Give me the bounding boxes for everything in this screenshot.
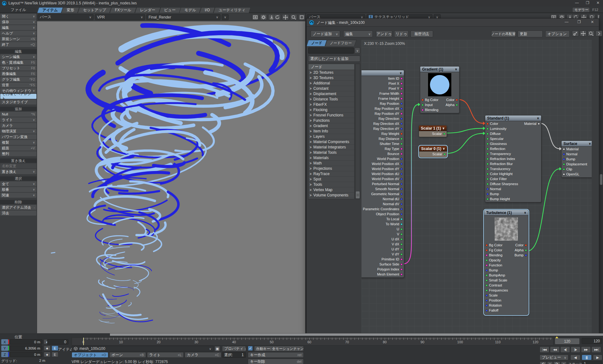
redo-dropdown[interactable]: ∨ xyxy=(561,361,567,364)
output-port-dot[interactable] xyxy=(538,123,540,125)
output-port-dot[interactable] xyxy=(400,183,403,185)
node-gradient[interactable]: Gradient (1)∨Bg ColorColorInputAlphaBlen… xyxy=(420,66,459,113)
end-frame-field[interactable]: 120 xyxy=(582,338,602,344)
node-title[interactable]: Scalar 1 (1)∨ xyxy=(419,126,447,131)
output-port-dot[interactable] xyxy=(400,88,403,90)
envelope-button[interactable]: ◆ xyxy=(44,352,51,357)
output-port-dot[interactable] xyxy=(400,218,403,220)
output-port-dot[interactable] xyxy=(400,113,403,115)
render-mode-dropdown[interactable]: VPR∨ xyxy=(95,14,145,20)
axis-value-field[interactable]: 0 m xyxy=(10,339,42,345)
input-port-dot[interactable] xyxy=(486,309,488,312)
output-port-dot[interactable] xyxy=(400,148,403,150)
output-port-dot[interactable] xyxy=(525,244,527,246)
sidebar-item[interactable]: 物理演算∨ xyxy=(0,129,36,134)
step-field[interactable]: 1 xyxy=(582,361,602,364)
node-category-item[interactable]: >Gradient xyxy=(308,123,354,129)
sidebar-item[interactable]: 編集∨ xyxy=(0,25,36,30)
go-last-button[interactable]: ▶▶| xyxy=(591,346,601,353)
timeline-ruler[interactable]: 0102030405060708090100110120 xyxy=(72,337,553,345)
input-port-dot[interactable] xyxy=(486,249,488,251)
zoom-view-icon[interactable] xyxy=(290,14,297,20)
output-port-dot[interactable] xyxy=(456,104,458,106)
create-key-button[interactable]: キー作成 ret xyxy=(248,352,304,358)
node-category-item[interactable]: >Vertex Map xyxy=(308,187,354,193)
frame-slider-handle[interactable]: 120 xyxy=(555,338,580,345)
input-port-dot[interactable] xyxy=(486,148,489,150)
sidebar-item[interactable]: 名称変更 xyxy=(0,163,36,169)
output-port-dot[interactable] xyxy=(400,103,403,105)
node-title[interactable]: Turbulence (1)∨ xyxy=(484,210,528,216)
node-category-item[interactable]: >Material Tools xyxy=(308,150,354,155)
view-type-dropdown[interactable]: パース∨ xyxy=(38,14,94,20)
node-editor-close-button[interactable]: ✕ xyxy=(587,20,597,24)
output-port-dot[interactable] xyxy=(400,193,403,195)
output-port-dot[interactable] xyxy=(400,153,403,155)
sidebar-item[interactable]: ヘルプ∨ xyxy=(0,31,36,36)
input-port-dot[interactable] xyxy=(486,274,488,276)
output-port-dot[interactable] xyxy=(400,168,403,170)
input-port-dot[interactable] xyxy=(421,109,424,111)
output-port-dot[interactable] xyxy=(400,83,403,85)
output-port-dot[interactable] xyxy=(400,138,403,140)
sidebar-item[interactable]: 新規シーン+N xyxy=(0,36,36,41)
input-port-dot[interactable] xyxy=(486,264,488,266)
output-port-dot[interactable] xyxy=(400,253,403,255)
input-port-dot[interactable] xyxy=(486,158,489,160)
viewport-3d[interactable] xyxy=(37,21,305,333)
undo-button[interactable]: アンドゥ xyxy=(376,30,392,37)
preview-dropdown[interactable]: プレビュー∨ xyxy=(540,355,568,360)
timeline-scrollbar[interactable] xyxy=(110,333,603,336)
add-selected-node-button[interactable]: 選択したノードを追加 xyxy=(308,56,360,62)
rearrange-nodes-button[interactable]: ノードの再配置 xyxy=(491,30,516,37)
node-category-item[interactable]: >Distance Tools xyxy=(308,97,354,102)
input-port-dot[interactable] xyxy=(486,178,489,180)
axis-value-field[interactable]: 6.3056 m xyxy=(10,345,42,351)
autokey-checkbox[interactable]: ✓ xyxy=(248,346,253,351)
output-port-dot[interactable] xyxy=(400,178,403,180)
sidebar-item[interactable]: ライト∨ xyxy=(0,117,36,122)
node-title[interactable]: Surface∨ xyxy=(562,141,592,147)
maximize-view-icon[interactable] xyxy=(298,14,305,20)
sidebar-item[interactable]: プリセットF8 xyxy=(0,66,36,71)
input-port-dot[interactable] xyxy=(486,294,488,297)
node-category-item[interactable]: >Math xyxy=(308,161,354,166)
sidebar-item[interactable]: その場でペアレント xyxy=(0,94,36,99)
node-title[interactable]: Standard (1)∨ xyxy=(485,115,541,121)
modeler-button[interactable]: モデラー xyxy=(572,7,590,13)
sidebar-item[interactable]: カメラ xyxy=(0,123,36,128)
node-search-input[interactable] xyxy=(308,47,354,54)
node-category-item[interactable]: >Item Info xyxy=(308,129,354,134)
input-port-dot[interactable] xyxy=(421,104,424,106)
connection-tool-icon[interactable] xyxy=(572,30,579,36)
options-button[interactable]: オプション xyxy=(545,30,570,37)
output-port-dot[interactable] xyxy=(400,248,403,250)
tab-main-8[interactable]: ユーティリティ xyxy=(214,7,250,13)
output-port-dot[interactable] xyxy=(400,203,403,205)
input-port-dot[interactable] xyxy=(563,153,565,155)
output-port-dot[interactable] xyxy=(400,258,403,260)
node-category-item[interactable]: >Flocking xyxy=(308,107,354,113)
render-preset-dropdown[interactable]: Final_Render∨ xyxy=(146,14,220,20)
output-port-dot[interactable] xyxy=(400,213,403,215)
item-category-3[interactable]: カメラ+C xyxy=(185,352,221,358)
node-title[interactable]: Gradient (1)∨ xyxy=(420,67,459,72)
sidebar-item[interactable]: 順番∨ xyxy=(0,187,36,192)
input-port-dot[interactable] xyxy=(486,284,488,286)
node-category-item[interactable]: >FiberFX xyxy=(308,102,354,107)
input-port-dot[interactable] xyxy=(486,143,489,145)
maximize-button[interactable]: ❐ xyxy=(583,1,592,5)
node-scalar0[interactable]: Scalar 0 (1)∨Scalar xyxy=(419,146,447,158)
axis-value-field[interactable]: 0 m xyxy=(10,352,42,357)
node-category-item[interactable]: >Additional xyxy=(308,81,354,86)
node-graph-canvas[interactable]: X:230 Y:-15 Zoom:100% ∨Item IDPixel XPix… xyxy=(361,40,592,334)
node-category-item[interactable]: >RayTrace xyxy=(308,171,354,177)
graph-zoom-icon[interactable] xyxy=(588,30,595,36)
input-port-dot[interactable] xyxy=(486,279,488,281)
sidebar-item[interactable]: 全て∨ xyxy=(0,181,36,186)
pan-view-icon[interactable] xyxy=(282,14,289,20)
playhead-marker[interactable] xyxy=(83,338,84,345)
properties-button[interactable]: プロパティ p xyxy=(222,346,246,351)
redo-transport-button[interactable]: ↷ xyxy=(553,361,560,364)
tab-main-0[interactable]: アイテム xyxy=(38,7,62,13)
